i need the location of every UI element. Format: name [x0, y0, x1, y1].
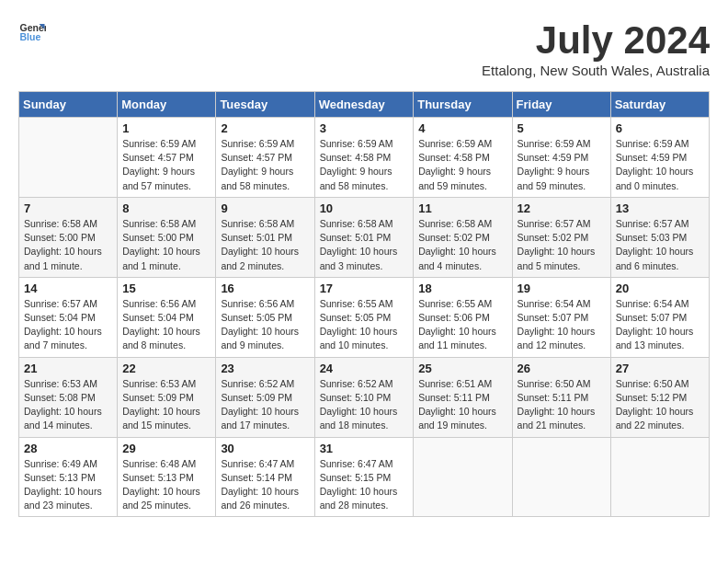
calendar-week-row: 1Sunrise: 6:59 AM Sunset: 4:57 PM Daylig…	[19, 118, 710, 198]
calendar-week-row: 28Sunrise: 6:49 AM Sunset: 5:13 PM Dayli…	[19, 437, 710, 517]
calendar-day-cell: 22Sunrise: 6:53 AM Sunset: 5:09 PM Dayli…	[118, 357, 216, 437]
day-info: Sunrise: 6:59 AM Sunset: 4:58 PM Dayligh…	[418, 137, 506, 193]
calendar-day-cell: 18Sunrise: 6:55 AM Sunset: 5:06 PM Dayli…	[414, 277, 512, 357]
day-info: Sunrise: 6:59 AM Sunset: 4:58 PM Dayligh…	[320, 137, 409, 193]
day-number: 25	[418, 362, 506, 375]
calendar-day-cell: 13Sunrise: 6:57 AM Sunset: 5:03 PM Dayli…	[610, 197, 709, 277]
calendar-header-row: SundayMondayTuesdayWednesdayThursdayFrid…	[19, 92, 710, 118]
day-info: Sunrise: 6:58 AM Sunset: 5:00 PM Dayligh…	[24, 217, 112, 273]
calendar-day-cell	[512, 437, 610, 517]
calendar-week-row: 21Sunrise: 6:53 AM Sunset: 5:08 PM Dayli…	[19, 357, 710, 437]
day-info: Sunrise: 6:58 AM Sunset: 5:01 PM Dayligh…	[221, 217, 309, 273]
day-number: 17	[320, 282, 409, 295]
day-number: 24	[320, 362, 409, 375]
day-info: Sunrise: 6:54 AM Sunset: 5:07 PM Dayligh…	[518, 297, 606, 353]
day-number: 6	[616, 121, 704, 135]
day-number: 26	[518, 362, 606, 375]
calendar-day-cell: 14Sunrise: 6:57 AM Sunset: 5:04 PM Dayli…	[19, 277, 118, 357]
calendar-day-cell	[610, 437, 709, 517]
day-info: Sunrise: 6:58 AM Sunset: 5:00 PM Dayligh…	[122, 217, 210, 273]
day-number: 4	[418, 121, 506, 135]
month-title: July 2024	[482, 18, 710, 63]
day-number: 12	[518, 201, 606, 215]
day-info: Sunrise: 6:54 AM Sunset: 5:07 PM Dayligh…	[616, 297, 704, 353]
calendar-day-cell: 29Sunrise: 6:48 AM Sunset: 5:13 PM Dayli…	[118, 437, 216, 517]
day-number: 29	[122, 442, 210, 455]
day-info: Sunrise: 6:55 AM Sunset: 5:06 PM Dayligh…	[418, 297, 506, 353]
day-info: Sunrise: 6:47 AM Sunset: 5:14 PM Dayligh…	[221, 457, 309, 513]
day-info: Sunrise: 6:52 AM Sunset: 5:09 PM Dayligh…	[221, 377, 309, 433]
calendar-week-row: 7Sunrise: 6:58 AM Sunset: 5:00 PM Daylig…	[19, 197, 710, 277]
calendar-day-cell	[414, 437, 512, 517]
calendar-body: 1Sunrise: 6:59 AM Sunset: 4:57 PM Daylig…	[19, 118, 710, 517]
calendar-day-cell: 12Sunrise: 6:57 AM Sunset: 5:02 PM Dayli…	[512, 197, 610, 277]
day-info: Sunrise: 6:56 AM Sunset: 5:05 PM Dayligh…	[221, 297, 309, 353]
calendar-header-cell: Friday	[512, 92, 610, 118]
day-number: 14	[24, 282, 112, 295]
calendar-table: SundayMondayTuesdayWednesdayThursdayFrid…	[18, 91, 710, 517]
day-info: Sunrise: 6:50 AM Sunset: 5:12 PM Dayligh…	[616, 377, 704, 433]
day-number: 3	[320, 121, 409, 135]
day-info: Sunrise: 6:51 AM Sunset: 5:11 PM Dayligh…	[418, 377, 506, 433]
calendar-week-row: 14Sunrise: 6:57 AM Sunset: 5:04 PM Dayli…	[19, 277, 710, 357]
day-number: 2	[221, 121, 309, 135]
calendar-day-cell: 5Sunrise: 6:59 AM Sunset: 4:59 PM Daylig…	[512, 118, 610, 198]
day-number: 16	[221, 282, 309, 295]
calendar-day-cell: 31Sunrise: 6:47 AM Sunset: 5:15 PM Dayli…	[314, 437, 414, 517]
day-info: Sunrise: 6:59 AM Sunset: 4:59 PM Dayligh…	[518, 137, 606, 193]
day-number: 21	[24, 362, 112, 375]
calendar-day-cell: 25Sunrise: 6:51 AM Sunset: 5:11 PM Dayli…	[414, 357, 512, 437]
day-info: Sunrise: 6:49 AM Sunset: 5:13 PM Dayligh…	[24, 457, 112, 513]
calendar-day-cell: 19Sunrise: 6:54 AM Sunset: 5:07 PM Dayli…	[512, 277, 610, 357]
day-info: Sunrise: 6:59 AM Sunset: 4:59 PM Dayligh…	[616, 137, 704, 193]
day-info: Sunrise: 6:57 AM Sunset: 5:02 PM Dayligh…	[518, 217, 606, 273]
day-number: 10	[320, 201, 409, 215]
logo-icon: General Blue	[18, 18, 46, 46]
day-number: 30	[221, 442, 309, 455]
calendar-day-cell: 24Sunrise: 6:52 AM Sunset: 5:10 PM Dayli…	[314, 357, 414, 437]
day-number: 11	[418, 201, 506, 215]
calendar-day-cell: 27Sunrise: 6:50 AM Sunset: 5:12 PM Dayli…	[610, 357, 709, 437]
day-info: Sunrise: 6:55 AM Sunset: 5:05 PM Dayligh…	[320, 297, 409, 353]
day-info: Sunrise: 6:57 AM Sunset: 5:03 PM Dayligh…	[616, 217, 704, 273]
calendar-day-cell: 16Sunrise: 6:56 AM Sunset: 5:05 PM Dayli…	[216, 277, 314, 357]
calendar-day-cell	[19, 118, 118, 198]
title-block: July 2024 Ettalong, New South Wales, Aus…	[482, 18, 710, 87]
calendar-day-cell: 26Sunrise: 6:50 AM Sunset: 5:11 PM Dayli…	[512, 357, 610, 437]
day-number: 15	[122, 282, 210, 295]
day-info: Sunrise: 6:53 AM Sunset: 5:08 PM Dayligh…	[24, 377, 112, 433]
calendar-header-cell: Sunday	[19, 92, 118, 118]
day-number: 19	[518, 282, 606, 295]
subtitle: Ettalong, New South Wales, Australia	[482, 63, 710, 78]
calendar-day-cell: 3Sunrise: 6:59 AM Sunset: 4:58 PM Daylig…	[314, 118, 414, 198]
calendar-header-cell: Saturday	[610, 92, 709, 118]
calendar-day-cell: 8Sunrise: 6:58 AM Sunset: 5:00 PM Daylig…	[118, 197, 216, 277]
calendar-header-cell: Wednesday	[314, 92, 414, 118]
day-number: 23	[221, 362, 309, 375]
day-number: 27	[616, 362, 704, 375]
calendar-day-cell: 21Sunrise: 6:53 AM Sunset: 5:08 PM Dayli…	[19, 357, 118, 437]
calendar-day-cell: 17Sunrise: 6:55 AM Sunset: 5:05 PM Dayli…	[314, 277, 414, 357]
day-info: Sunrise: 6:58 AM Sunset: 5:01 PM Dayligh…	[320, 217, 409, 273]
calendar-header-cell: Monday	[118, 92, 216, 118]
day-number: 13	[616, 201, 704, 215]
header: General Blue July 2024 Ettalong, New Sou…	[18, 18, 710, 87]
day-number: 22	[122, 362, 210, 375]
calendar-day-cell: 10Sunrise: 6:58 AM Sunset: 5:01 PM Dayli…	[314, 197, 414, 277]
day-number: 8	[122, 201, 210, 215]
day-number: 9	[221, 201, 309, 215]
calendar-day-cell: 20Sunrise: 6:54 AM Sunset: 5:07 PM Dayli…	[610, 277, 709, 357]
day-number: 20	[616, 282, 704, 295]
page-wrapper: General Blue July 2024 Ettalong, New Sou…	[18, 18, 710, 517]
calendar-day-cell: 28Sunrise: 6:49 AM Sunset: 5:13 PM Dayli…	[19, 437, 118, 517]
day-number: 5	[518, 121, 606, 135]
calendar-day-cell: 7Sunrise: 6:58 AM Sunset: 5:00 PM Daylig…	[19, 197, 118, 277]
day-number: 28	[24, 442, 112, 455]
day-info: Sunrise: 6:57 AM Sunset: 5:04 PM Dayligh…	[24, 297, 112, 353]
calendar-day-cell: 11Sunrise: 6:58 AM Sunset: 5:02 PM Dayli…	[414, 197, 512, 277]
day-info: Sunrise: 6:58 AM Sunset: 5:02 PM Dayligh…	[418, 217, 506, 273]
day-number: 31	[320, 442, 409, 455]
day-number: 7	[24, 201, 112, 215]
calendar-day-cell: 6Sunrise: 6:59 AM Sunset: 4:59 PM Daylig…	[610, 118, 709, 198]
calendar-header-cell: Tuesday	[216, 92, 314, 118]
